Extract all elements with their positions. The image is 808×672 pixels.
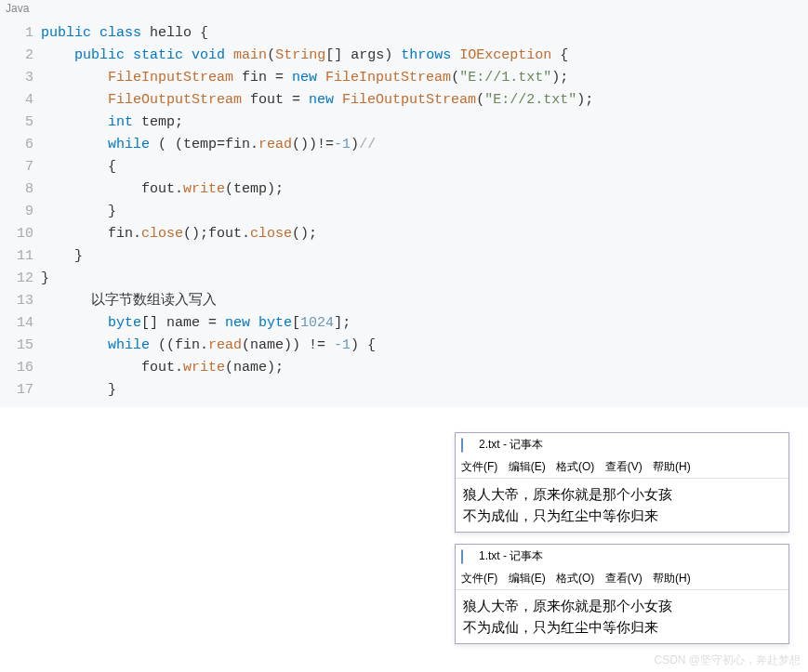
notepad-icon [461, 550, 474, 563]
line-number: 6 [0, 134, 33, 156]
notepad-content[interactable]: 狼人大帝，原来你就是那个小女孩 不为成仙，只为红尘中等你归来 [456, 479, 788, 532]
menu-edit[interactable]: 编辑(E) [509, 460, 546, 473]
menu-format[interactable]: 格式(O) [556, 460, 594, 473]
code-line: public class hello { [41, 22, 808, 45]
line-number: 1 [0, 22, 33, 45]
titlebar: 2.txt - 记事本 [456, 433, 788, 456]
menu-file[interactable]: 文件(F) [461, 460, 497, 473]
line-number-gutter: 1 2 3 4 5 6 7 8 9 10 11 12 13 14 15 16 1… [0, 17, 41, 407]
menu-view[interactable]: 查看(V) [605, 572, 642, 585]
menu-edit[interactable]: 编辑(E) [509, 572, 546, 585]
code-block: Java 1 2 3 4 5 6 7 8 9 10 11 12 13 14 15… [0, 0, 808, 407]
line-number: 17 [0, 379, 33, 402]
line-number: 16 [0, 357, 33, 379]
language-label: Java [0, 0, 808, 17]
menubar: 文件(F) 编辑(E) 格式(O) 查看(V) 帮助(H) [456, 568, 788, 590]
code-line: while ((fin.read(name)) != -1) { [41, 335, 808, 357]
line-number: 5 [0, 112, 33, 134]
code-line: } [41, 201, 808, 223]
menu-format[interactable]: 格式(O) [556, 572, 594, 585]
code-line: FileInputStream fin = new FileInputStrea… [41, 67, 808, 89]
menu-view[interactable]: 查看(V) [605, 460, 642, 473]
menu-help[interactable]: 帮助(H) [653, 572, 691, 585]
code-line: } [41, 268, 808, 290]
menubar: 文件(F) 编辑(E) 格式(O) 查看(V) 帮助(H) [456, 456, 788, 479]
code-line: } [41, 379, 808, 402]
notepad-icon [461, 439, 474, 452]
line-number: 9 [0, 201, 33, 223]
line-number: 2 [0, 45, 33, 67]
menu-file[interactable]: 文件(F) [461, 572, 497, 585]
code-line: } [41, 245, 808, 268]
code-line: int temp; [41, 112, 808, 134]
window-title: 2.txt - 记事本 [479, 437, 543, 453]
line-number: 10 [0, 223, 33, 245]
notepad-area: 2.txt - 记事本 文件(F) 编辑(E) 格式(O) 查看(V) 帮助(H… [455, 432, 789, 655]
line-number: 14 [0, 312, 33, 335]
line-number: 4 [0, 89, 33, 112]
text-line: 不为成仙，只为红尘中等你归来 [463, 506, 781, 527]
text-line: 不为成仙，只为红尘中等你归来 [463, 617, 781, 639]
menu-help[interactable]: 帮助(H) [653, 460, 691, 473]
code-line: public static void main(String[] args) t… [41, 45, 808, 67]
code-line: byte[] name = new byte[1024]; [41, 312, 808, 335]
code-line: 以字节数组读入写入 [41, 290, 808, 312]
line-number: 15 [0, 335, 33, 357]
code-line: while ( (temp=fin.read())!=-1)// [41, 134, 808, 156]
text-line: 狼人大帝，原来你就是那个小女孩 [463, 596, 781, 617]
code-area: 1 2 3 4 5 6 7 8 9 10 11 12 13 14 15 16 1… [0, 17, 808, 407]
notepad-content[interactable]: 狼人大帝，原来你就是那个小女孩 不为成仙，只为红尘中等你归来 [456, 590, 788, 643]
notepad-window-1txt: 1.txt - 记事本 文件(F) 编辑(E) 格式(O) 查看(V) 帮助(H… [455, 544, 789, 644]
line-number: 3 [0, 67, 33, 89]
code-line: fout.write(temp); [41, 178, 808, 201]
code-content: public class hello { public static void … [41, 17, 808, 407]
code-line: fin.close();fout.close(); [41, 223, 808, 245]
code-line: { [41, 156, 808, 178]
notepad-window-2txt: 2.txt - 记事本 文件(F) 编辑(E) 格式(O) 查看(V) 帮助(H… [455, 432, 789, 533]
code-line: FileOutputStream fout = new FileOutputSt… [41, 89, 808, 112]
line-number: 8 [0, 178, 33, 201]
watermark: CSDN @坚守初心，奔赴梦想 [654, 652, 801, 668]
code-line: fout.write(name); [41, 357, 808, 379]
line-number: 7 [0, 156, 33, 178]
titlebar: 1.txt - 记事本 [456, 545, 788, 568]
window-title: 1.txt - 记事本 [479, 548, 543, 564]
line-number: 12 [0, 268, 33, 290]
line-number: 13 [0, 290, 33, 312]
line-number: 11 [0, 245, 33, 268]
text-line: 狼人大帝，原来你就是那个小女孩 [463, 484, 781, 506]
